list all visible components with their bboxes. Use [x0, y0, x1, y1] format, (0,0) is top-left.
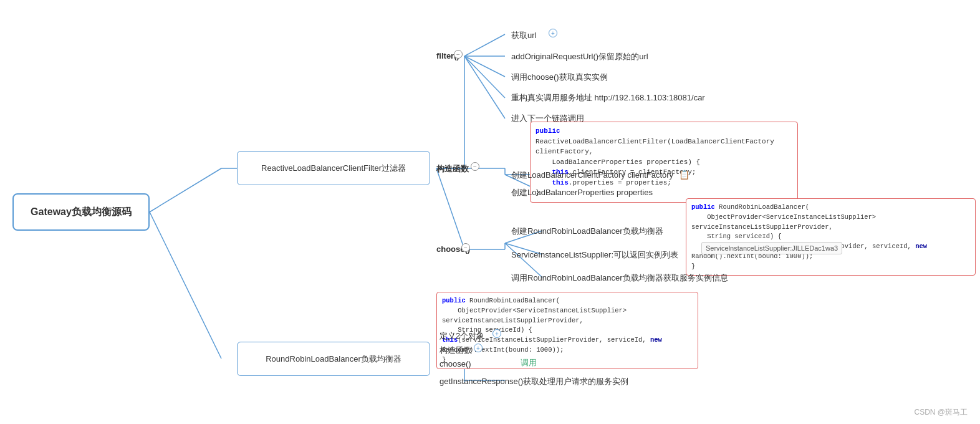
branch2-node: RoundRobinLoadBalancer负载均衡器 [237, 342, 430, 376]
branch2-label: RoundRobinLoadBalancer负载均衡器 [266, 354, 401, 365]
choose-item-2: 调用RoundRobinLoadBalancer负载均衡器获取服务实例信息 [511, 272, 728, 284]
service-instance-text: ServicelnstanceListSupplier:JILLEDac1wa3 [706, 244, 838, 252]
constructor-item-1: 创建LoadBalancerProperties properties [511, 187, 653, 198]
svg-line-8 [464, 56, 505, 77]
svg-line-10 [464, 56, 505, 118]
filter-item-0: 获取url [511, 30, 536, 41]
invoke-label: 调用 [521, 357, 537, 369]
svg-line-1 [150, 212, 221, 359]
service-instance-box: ServicelnstanceListSupplier:JILLEDac1wa3 [701, 242, 842, 254]
choose-item-0: 创建RoundRobinLoadBalancer负载均衡器 [511, 226, 663, 237]
svg-line-6 [464, 34, 505, 56]
center-node: Gateway负载均衡源码 [12, 193, 150, 231]
svg-line-9 [464, 56, 505, 98]
rr-item-0: 定义2个对象 [440, 330, 484, 342]
filter-item-1: addOriginalRequestUrl()保留原始的url [511, 51, 648, 62]
rr-item-0-expand[interactable]: + [492, 329, 501, 338]
choose-item-1: ServiceInstanceListSupplier:可以返回实例列表 [511, 249, 678, 261]
svg-line-16 [436, 168, 464, 249]
rr-item-1: 构造函数 [440, 345, 472, 356]
rr-item-3: getInstanceResponse()获取处理用户请求的服务实例 [440, 376, 628, 387]
constructor-label: 构造函数 [436, 164, 469, 173]
filter-item-2: 调用choose()获取真实实例 [511, 72, 608, 83]
rr-item-2: choose() [440, 359, 471, 369]
branch1-label: ReactiveLoadBalancerClientFilter过滤器 [261, 163, 406, 174]
filter-item-0-expand[interactable]: + [549, 29, 557, 37]
center-label: Gateway负载均衡源码 [31, 206, 132, 219]
constructor-item-0: 创建LoadBalancerClientFactory clientFactor… [511, 170, 689, 181]
rr-item-1-expand[interactable]: + [474, 344, 483, 352]
filter-collapse[interactable]: − [454, 50, 463, 59]
svg-line-0 [150, 168, 221, 212]
constructor-node: 构造函数 [436, 163, 469, 175]
watermark: CSDN @斑马工 [914, 407, 968, 418]
branch1-node: ReactiveLoadBalancerClientFilter过滤器 [237, 151, 430, 185]
code-box-2: public RoundRobinLoadBalancer( ObjectPro… [686, 198, 976, 276]
choose-upper-collapse[interactable]: − [461, 243, 470, 252]
constructor-collapse[interactable]: − [471, 162, 479, 171]
filter-item-3: 重构真实调用服务地址 http://192.168.1.103:18081/ca… [511, 92, 705, 104]
